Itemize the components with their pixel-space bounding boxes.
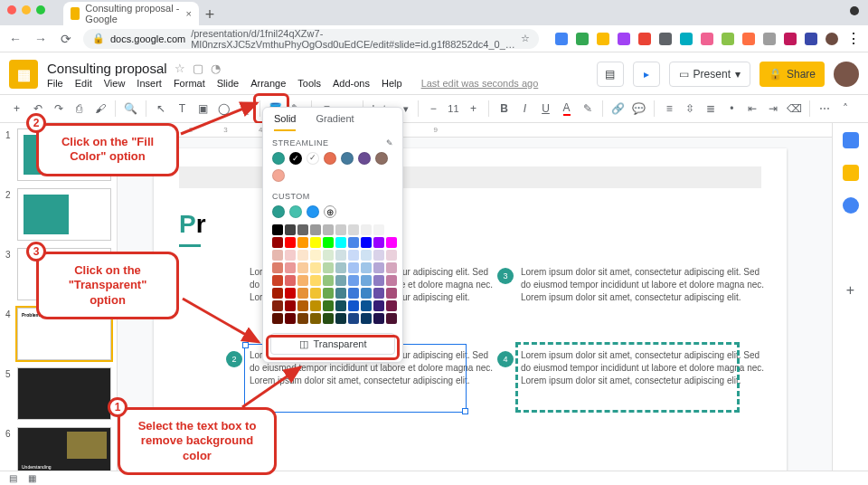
underline-icon[interactable]: U: [536, 98, 555, 119]
present-button[interactable]: ▭ Present ▾: [669, 62, 750, 87]
swatch[interactable]: [386, 275, 397, 286]
indent-inc-icon[interactable]: ⇥: [764, 98, 783, 119]
swatch[interactable]: [335, 275, 346, 286]
swatch[interactable]: [348, 262, 359, 273]
image-icon[interactable]: ▣: [193, 98, 212, 119]
swatch[interactable]: [348, 275, 359, 286]
menu-addons[interactable]: Add-ons: [333, 78, 370, 89]
swatch[interactable]: [361, 313, 372, 324]
picker-tab-solid[interactable]: Solid: [274, 113, 296, 131]
swatch[interactable]: [335, 288, 346, 299]
swatch[interactable]: [285, 250, 296, 261]
ext-icon[interactable]: [701, 33, 713, 45]
swatch[interactable]: [386, 224, 397, 235]
print-icon[interactable]: ⎙: [70, 98, 89, 119]
add-sidepanel-icon[interactable]: +: [846, 282, 854, 299]
doc-title[interactable]: Consulting proposal: [47, 61, 167, 76]
menu-help[interactable]: Help: [382, 78, 402, 89]
browser-avatar[interactable]: [826, 33, 838, 45]
ext-icon[interactable]: [576, 33, 589, 45]
swatch[interactable]: [310, 250, 321, 261]
swatch[interactable]: [289, 205, 302, 218]
swatch[interactable]: [323, 275, 334, 286]
swatch[interactable]: [335, 262, 346, 273]
grid-view-icon[interactable]: ▦: [28, 473, 36, 483]
swatch[interactable]: [272, 250, 283, 261]
ext-icon[interactable]: [597, 33, 609, 45]
swatch[interactable]: [373, 262, 384, 273]
star-doc-icon[interactable]: ☆: [175, 62, 185, 75]
swatch[interactable]: [335, 250, 346, 261]
shape-icon[interactable]: ◯: [214, 98, 233, 119]
star-icon[interactable]: ☆: [521, 33, 530, 44]
swatch[interactable]: [348, 237, 359, 248]
swatch[interactable]: [310, 262, 321, 273]
swatch[interactable]: [386, 237, 397, 248]
ext-icon[interactable]: [618, 33, 630, 45]
swatch[interactable]: [335, 300, 346, 311]
swatch[interactable]: [323, 300, 334, 311]
swatch[interactable]: [297, 313, 308, 324]
swatch[interactable]: [272, 275, 283, 286]
ext-icon[interactable]: [555, 33, 568, 45]
swatch[interactable]: [348, 313, 359, 324]
italic-icon[interactable]: I: [515, 98, 534, 119]
swatch[interactable]: [373, 250, 384, 261]
swatch[interactable]: [297, 262, 308, 273]
swatch[interactable]: [386, 262, 397, 273]
swatch[interactable]: [373, 288, 384, 299]
ext-icon[interactable]: [784, 33, 797, 45]
swatch[interactable]: [323, 224, 334, 235]
swatch[interactable]: [361, 237, 372, 248]
swatch[interactable]: [272, 300, 283, 311]
swatch[interactable]: [285, 275, 296, 286]
slide-thumb-5[interactable]: [17, 367, 111, 420]
swatch[interactable]: [361, 250, 372, 261]
swatch[interactable]: [335, 313, 346, 324]
select-icon[interactable]: ↖: [152, 98, 171, 119]
content-tile-3[interactable]: 3Lorem ipsum dolor sit amet, consectetur…: [497, 266, 769, 304]
swatch[interactable]: [297, 300, 308, 311]
list-num-icon[interactable]: ≣: [702, 98, 721, 119]
bold-icon[interactable]: B: [495, 98, 514, 119]
fontsize-dec[interactable]: −: [424, 98, 443, 119]
swatch[interactable]: [285, 237, 296, 248]
swatch[interactable]: [323, 313, 334, 324]
ext-icon[interactable]: [763, 33, 776, 45]
swatch[interactable]: [373, 275, 384, 286]
calendar-icon[interactable]: [843, 132, 859, 148]
account-avatar[interactable]: [834, 62, 859, 87]
swatch[interactable]: [373, 237, 384, 248]
ext-icon[interactable]: [805, 33, 817, 45]
swatch[interactable]: [361, 224, 372, 235]
swatch[interactable]: [310, 300, 321, 311]
keep-icon[interactable]: [843, 165, 859, 181]
swatch[interactable]: [272, 288, 283, 299]
filmstrip-icon[interactable]: ▤: [9, 473, 17, 483]
edit-theme-colors-icon[interactable]: ✎: [386, 138, 394, 147]
redo-icon[interactable]: ↷: [49, 98, 68, 119]
swatch[interactable]: [323, 250, 334, 261]
cloud-icon[interactable]: ◔: [211, 62, 221, 75]
swatch[interactable]: [310, 224, 321, 235]
swatch[interactable]: [323, 262, 334, 273]
swatch[interactable]: [375, 152, 388, 165]
link-icon[interactable]: 🔗: [609, 98, 627, 119]
swatch[interactable]: [285, 288, 296, 299]
swatch[interactable]: [373, 313, 384, 324]
paint-format-icon[interactable]: 🖌: [90, 98, 109, 119]
list-bullet-icon[interactable]: •: [722, 98, 741, 119]
swatch[interactable]: [348, 300, 359, 311]
tab-close-icon[interactable]: ×: [186, 8, 192, 19]
move-doc-icon[interactable]: ▢: [193, 62, 203, 75]
comment-icon[interactable]: 💬: [629, 98, 648, 119]
reload-icon[interactable]: ⟳: [58, 32, 74, 46]
swatch[interactable]: [272, 205, 285, 218]
swatch[interactable]: [285, 313, 296, 324]
more-icon[interactable]: ⋯: [816, 98, 835, 119]
swatch[interactable]: [361, 275, 372, 286]
swatch[interactable]: [272, 224, 283, 235]
swatch[interactable]: [310, 275, 321, 286]
swatch[interactable]: [272, 262, 283, 273]
swatch[interactable]: [361, 262, 372, 273]
